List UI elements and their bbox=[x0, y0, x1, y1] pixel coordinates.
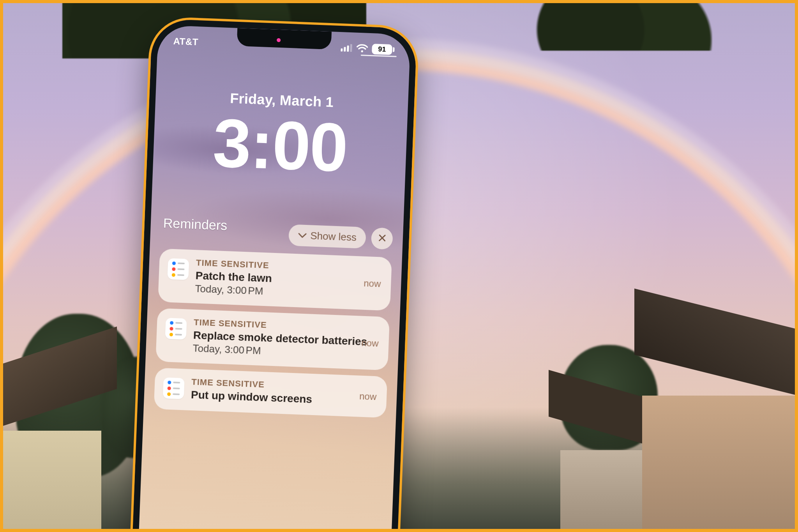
close-icon bbox=[378, 233, 387, 244]
notification-timestamp: now bbox=[359, 391, 377, 403]
svg-rect-1 bbox=[344, 47, 346, 51]
reminders-app-icon bbox=[163, 377, 185, 399]
cellular-icon bbox=[341, 44, 353, 52]
notification-group-title: Reminders bbox=[161, 216, 228, 233]
show-less-button[interactable]: Show less bbox=[288, 224, 366, 249]
chevron-down-icon bbox=[298, 233, 307, 239]
notification-card[interactable]: TIME SENSITIVE Replace smoke detector ba… bbox=[155, 308, 390, 371]
notification-timestamp: now bbox=[361, 337, 379, 349]
foliage-top-right bbox=[510, 0, 712, 51]
notification-timestamp: now bbox=[364, 277, 381, 289]
background-scene: AT&T bbox=[0, 0, 798, 532]
notification-card[interactable]: TIME SENSITIVE Put up window screens now bbox=[154, 368, 388, 418]
svg-rect-0 bbox=[341, 48, 343, 51]
notch bbox=[237, 28, 332, 49]
svg-rect-3 bbox=[350, 44, 352, 52]
carrier-label: AT&T bbox=[173, 36, 198, 48]
svg-rect-2 bbox=[347, 46, 349, 52]
show-less-label: Show less bbox=[310, 230, 357, 244]
lock-screen-time: 3:00 bbox=[153, 106, 408, 184]
reminders-app-icon bbox=[165, 318, 187, 339]
wifi-icon bbox=[356, 44, 368, 53]
house-right-front bbox=[634, 329, 798, 532]
phone: AT&T bbox=[131, 18, 417, 532]
dismiss-group-button[interactable] bbox=[371, 227, 393, 249]
battery-indicator: 91 bbox=[372, 44, 395, 55]
battery-level: 91 bbox=[372, 44, 392, 55]
lock-screen[interactable]: AT&T bbox=[137, 25, 411, 532]
notification-card[interactable]: TIME SENSITIVE Patch the lawn Today, 3:0… bbox=[158, 249, 392, 311]
reminders-app-icon bbox=[167, 258, 189, 280]
house-left bbox=[0, 364, 144, 532]
